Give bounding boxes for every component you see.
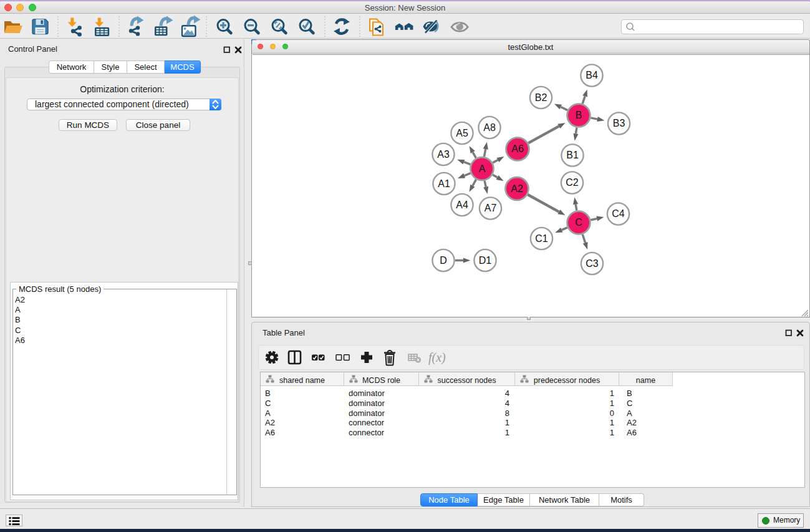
svg-text:D: D — [440, 255, 447, 266]
svg-text:C: C — [575, 217, 582, 228]
svg-text:B3: B3 — [613, 118, 625, 128]
svg-text:A3: A3 — [437, 149, 450, 160]
svg-text:C2: C2 — [566, 177, 579, 188]
svg-text:A1: A1 — [438, 178, 450, 189]
svg-text:B2: B2 — [535, 92, 547, 103]
svg-text:f(x): f(x) — [428, 351, 446, 365]
svg-text:A7: A7 — [485, 203, 497, 213]
svg-text:A8: A8 — [483, 122, 496, 133]
svg-text:B: B — [576, 110, 582, 120]
svg-text:D1: D1 — [479, 255, 492, 266]
svg-text:A2: A2 — [511, 183, 523, 194]
svg-text:A: A — [479, 163, 486, 174]
svg-text:A6: A6 — [511, 143, 524, 154]
svg-text:B1: B1 — [566, 150, 579, 160]
svg-text:C1: C1 — [535, 233, 548, 244]
svg-text:A4: A4 — [456, 200, 468, 210]
svg-text:A5: A5 — [456, 128, 468, 138]
svg-text:C4: C4 — [612, 208, 625, 219]
svg-text:B4: B4 — [586, 70, 598, 80]
svg-text:C3: C3 — [586, 258, 599, 269]
